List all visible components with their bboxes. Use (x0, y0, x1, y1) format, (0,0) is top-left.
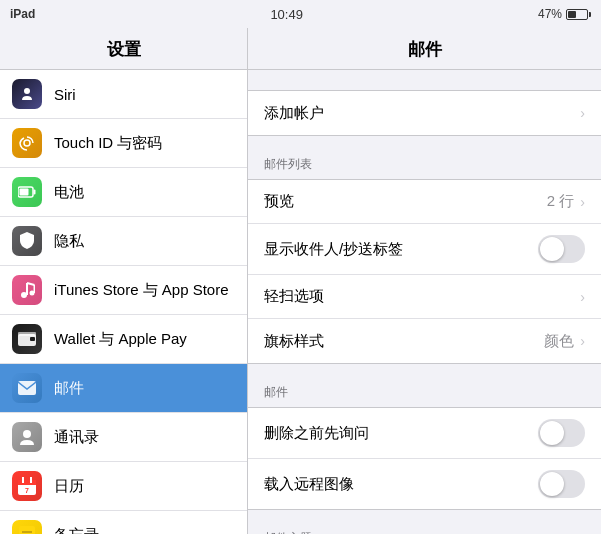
add-account-section: 添加帐户 › (248, 90, 601, 136)
svg-rect-11 (18, 332, 36, 336)
add-account-label: 添加帐户 (264, 104, 324, 123)
sidebar-item-mail[interactable]: 邮件 (0, 364, 247, 413)
row-swipe-chevron: › (580, 289, 585, 305)
toggle-show-to-from[interactable] (538, 235, 585, 263)
row-preview[interactable]: 预览 2 行 › (248, 180, 601, 224)
notes-icon (12, 520, 42, 534)
row-ask-delete-right (538, 419, 585, 447)
svg-rect-21 (19, 526, 35, 534)
siri-icon (12, 79, 42, 109)
row-load-remote[interactable]: 载入远程图像 (248, 459, 601, 509)
row-swipe[interactable]: 轻扫选项 › (248, 275, 601, 319)
status-right: 47% (538, 7, 591, 21)
sidebar-title: 设置 (0, 28, 247, 70)
sidebar-item-privacy[interactable]: 隐私 (0, 217, 247, 266)
content-title: 邮件 (248, 28, 601, 70)
content-panel: 邮件 添加帐户 › 邮件列表 预览 2 行 › (248, 28, 601, 534)
row-show-to-from-label: 显示收件人/抄送标签 (264, 240, 403, 259)
sidebar-label-battery: 电池 (54, 183, 84, 202)
status-time: 10:49 (270, 7, 303, 22)
row-preview-right: 2 行 › (547, 192, 585, 211)
sidebar-label-notes: 备忘录 (54, 526, 99, 535)
row-preview-chevron: › (580, 194, 585, 210)
sidebar-label-mail: 邮件 (54, 379, 84, 398)
sidebar-label-privacy: 隐私 (54, 232, 84, 251)
svg-rect-12 (30, 337, 35, 341)
battery-icon (566, 9, 591, 20)
section-mail: 邮件 删除之前先询问 载入远程图像 (248, 384, 601, 510)
row-swipe-right: › (580, 289, 585, 305)
main-container: 设置 Siri Tou (0, 28, 601, 534)
sidebar-label-touchid: Touch ID 与密码 (54, 134, 162, 153)
svg-rect-13 (18, 381, 36, 395)
section-mail-rows: 删除之前先询问 载入远程图像 (248, 407, 601, 510)
mail-icon (12, 373, 42, 403)
row-flag-style[interactable]: 旗标样式 颜色 › (248, 319, 601, 363)
svg-rect-4 (20, 189, 29, 196)
status-device: iPad (10, 7, 35, 21)
svg-rect-3 (34, 190, 36, 195)
sidebar-label-wallet: Wallet 与 Apple Pay (54, 330, 187, 349)
sidebar-item-siri[interactable]: Siri (0, 70, 247, 119)
svg-rect-17 (18, 480, 36, 482)
battery-sidebar-icon (12, 177, 42, 207)
row-preview-value: 2 行 (547, 192, 575, 211)
sidebar-item-contacts[interactable]: 通讯录 (0, 413, 247, 462)
svg-text:7: 7 (25, 487, 29, 494)
add-account-row[interactable]: 添加帐户 › (248, 91, 601, 135)
add-account-rows: 添加帐户 › (248, 90, 601, 136)
sidebar-label-calendar: 日历 (54, 477, 84, 496)
battery-percent: 47% (538, 7, 562, 21)
sidebar-list: Siri Touch ID 与密码 (0, 70, 247, 534)
sidebar-label-contacts: 通讯录 (54, 428, 99, 447)
add-account-right: › (580, 105, 585, 121)
section-mail-thread-label: 邮件主题 (248, 530, 601, 534)
contacts-icon (12, 422, 42, 452)
sidebar-label-siri: Siri (54, 86, 76, 103)
sidebar-item-touchid[interactable]: Touch ID 与密码 (0, 119, 247, 168)
wallet-icon (12, 324, 42, 354)
section-mail-list-rows: 预览 2 行 › 显示收件人/抄送标签 轻扫选项 › (248, 179, 601, 364)
svg-point-1 (24, 140, 30, 146)
sidebar-item-wallet[interactable]: Wallet 与 Apple Pay (0, 315, 247, 364)
row-preview-label: 预览 (264, 192, 294, 211)
sidebar-item-itunes[interactable]: iTunes Store 与 App Store (0, 266, 247, 315)
row-show-to-from[interactable]: 显示收件人/抄送标签 (248, 224, 601, 275)
svg-point-0 (24, 88, 30, 94)
row-ask-delete-label: 删除之前先询问 (264, 424, 369, 443)
row-flag-style-label: 旗标样式 (264, 332, 324, 351)
row-flag-style-chevron: › (580, 333, 585, 349)
row-ask-delete[interactable]: 删除之前先询问 (248, 408, 601, 459)
sidebar-label-itunes: iTunes Store 与 App Store (54, 281, 229, 300)
svg-point-14 (23, 430, 31, 438)
section-mail-list: 邮件列表 预览 2 行 › 显示收件人/抄送标签 轻扫选项 (248, 156, 601, 364)
touchid-icon (12, 128, 42, 158)
privacy-icon (12, 226, 42, 256)
toggle-ask-delete[interactable] (538, 419, 585, 447)
sidebar-item-notes[interactable]: 备忘录 (0, 511, 247, 534)
status-bar: iPad 10:49 47% (0, 0, 601, 28)
row-flag-style-right: 颜色 › (544, 332, 585, 351)
section-mail-list-label: 邮件列表 (248, 156, 601, 179)
toggle-load-remote[interactable] (538, 470, 585, 498)
row-load-remote-label: 载入远程图像 (264, 475, 354, 494)
row-swipe-label: 轻扫选项 (264, 287, 324, 306)
sidebar-item-battery[interactable]: 电池 (0, 168, 247, 217)
row-load-remote-right (538, 470, 585, 498)
itunes-icon (12, 275, 42, 305)
sidebar-item-calendar[interactable]: 7 日历 (0, 462, 247, 511)
row-show-to-from-right (538, 235, 585, 263)
section-mail-label: 邮件 (248, 384, 601, 407)
section-mail-thread: 邮件主题 按邮件主题整理 最新邮件显示在最上方 (248, 530, 601, 534)
svg-line-8 (27, 283, 35, 285)
row-flag-style-value: 颜色 (544, 332, 574, 351)
add-account-chevron: › (580, 105, 585, 121)
sidebar: 设置 Siri Tou (0, 28, 248, 534)
calendar-icon: 7 (12, 471, 42, 501)
